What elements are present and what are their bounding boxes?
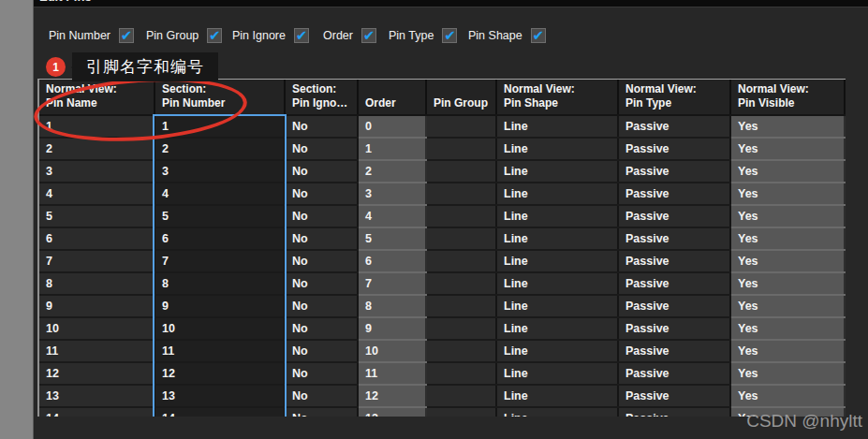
table-row[interactable]: 88No7LinePassiveYes bbox=[39, 272, 846, 295]
column-header-number[interactable]: Section:Pin Number bbox=[154, 80, 285, 115]
cell-name[interactable]: 9 bbox=[39, 295, 154, 317]
cell-ignore[interactable]: No bbox=[285, 272, 358, 295]
checkbox[interactable]: ✔ bbox=[207, 28, 222, 43]
cell-order[interactable]: 6 bbox=[358, 250, 426, 272]
cell-order[interactable]: 0 bbox=[358, 115, 426, 138]
cell-shape[interactable]: Line bbox=[496, 340, 618, 362]
checkbox[interactable]: ✔ bbox=[119, 28, 134, 43]
column-toggle-pin-group[interactable]: Pin Group✔ bbox=[146, 26, 222, 45]
cell-number[interactable]: 12 bbox=[154, 362, 285, 385]
table-row[interactable]: 1111No10LinePassiveYes bbox=[39, 340, 846, 362]
cell-visible[interactable]: Yes bbox=[730, 183, 845, 205]
cell-number[interactable]: 9 bbox=[154, 295, 285, 317]
column-toggle-pin-ignore[interactable]: Pin Ignore✔ bbox=[232, 26, 309, 45]
checkbox[interactable]: ✔ bbox=[361, 28, 376, 43]
cell-ignore[interactable]: No bbox=[285, 407, 358, 417]
cell-shape[interactable]: Line bbox=[496, 115, 618, 138]
cell-shape[interactable]: Line bbox=[496, 138, 618, 160]
checkbox[interactable]: ✔ bbox=[442, 28, 457, 43]
cell-group[interactable] bbox=[426, 227, 496, 250]
table-row[interactable]: 1212No11LinePassiveYes bbox=[39, 362, 846, 385]
column-header-ignore[interactable]: Section:Pin Igno… bbox=[285, 80, 358, 115]
cell-order[interactable]: 13 bbox=[358, 407, 426, 417]
table-row[interactable]: 1010No9LinePassiveYes bbox=[39, 317, 846, 340]
cell-visible[interactable]: Yes bbox=[730, 138, 845, 160]
cell-number[interactable]: 3 bbox=[154, 160, 285, 183]
column-header-group[interactable]: Pin Group bbox=[426, 80, 496, 115]
checkbox[interactable]: ✔ bbox=[294, 28, 309, 43]
cell-order[interactable]: 12 bbox=[358, 385, 426, 407]
cell-ignore[interactable]: No bbox=[285, 183, 358, 205]
cell-group[interactable] bbox=[426, 362, 496, 385]
cell-name[interactable]: 2 bbox=[39, 138, 154, 160]
column-header-visible[interactable]: Normal View:Pin Visible bbox=[730, 80, 845, 115]
cell-shape[interactable]: Line bbox=[496, 250, 618, 272]
cell-type[interactable]: Passive bbox=[618, 160, 730, 183]
cell-name[interactable]: 10 bbox=[39, 317, 154, 340]
cell-shape[interactable]: Line bbox=[496, 160, 618, 183]
column-toggle-pin-shape[interactable]: Pin Shape✔ bbox=[468, 26, 546, 45]
cell-shape[interactable]: Line bbox=[496, 227, 618, 250]
cell-name[interactable]: 8 bbox=[39, 272, 154, 295]
table-row[interactable]: 44No3LinePassiveYes bbox=[39, 183, 846, 205]
cell-number[interactable]: 4 bbox=[154, 183, 285, 205]
cell-shape[interactable]: Line bbox=[496, 205, 618, 227]
cell-name[interactable]: 14 bbox=[39, 407, 154, 417]
cell-order[interactable]: 11 bbox=[358, 362, 426, 385]
cell-group[interactable] bbox=[426, 138, 496, 160]
cell-name[interactable]: 11 bbox=[39, 340, 154, 362]
cell-group[interactable] bbox=[426, 317, 496, 340]
table-row[interactable]: 77No6LinePassiveYes bbox=[39, 250, 846, 272]
cell-group[interactable] bbox=[426, 272, 496, 295]
cell-shape[interactable]: Line bbox=[496, 317, 618, 340]
cell-shape[interactable]: Line bbox=[496, 183, 618, 205]
cell-shape[interactable]: Line bbox=[496, 295, 618, 317]
column-toggle-pin-number[interactable]: Pin Number✔ bbox=[49, 26, 134, 45]
cell-ignore[interactable]: No bbox=[285, 362, 358, 385]
cell-ignore[interactable]: No bbox=[285, 295, 358, 317]
column-toggle-order[interactable]: Order✔ bbox=[323, 26, 376, 45]
cell-ignore[interactable]: No bbox=[285, 317, 358, 340]
cell-visible[interactable]: Yes bbox=[730, 385, 845, 407]
cell-name[interactable]: 12 bbox=[39, 362, 154, 385]
cell-type[interactable]: Passive bbox=[618, 272, 730, 295]
cell-shape[interactable]: Line bbox=[496, 385, 618, 407]
cell-group[interactable] bbox=[426, 115, 496, 138]
cell-number[interactable]: 7 bbox=[154, 250, 285, 272]
cell-number[interactable]: 1 bbox=[154, 115, 285, 138]
column-header-order[interactable]: Order bbox=[358, 80, 426, 115]
cell-name[interactable]: 7 bbox=[39, 250, 154, 272]
cell-visible[interactable]: Yes bbox=[730, 272, 845, 295]
cell-type[interactable]: Passive bbox=[618, 205, 730, 227]
cell-name[interactable]: 6 bbox=[39, 227, 154, 250]
cell-name[interactable]: 5 bbox=[39, 205, 154, 227]
cell-group[interactable] bbox=[426, 407, 496, 417]
cell-number[interactable]: 2 bbox=[154, 138, 285, 160]
table-row[interactable]: 22No1LinePassiveYes bbox=[39, 138, 846, 160]
cell-ignore[interactable]: No bbox=[285, 385, 358, 407]
cell-name[interactable]: 3 bbox=[39, 160, 154, 183]
cell-type[interactable]: Passive bbox=[618, 340, 730, 362]
cell-number[interactable]: 13 bbox=[154, 385, 285, 407]
cell-ignore[interactable]: No bbox=[285, 250, 358, 272]
column-header-type[interactable]: Normal View:Pin Type bbox=[618, 80, 730, 115]
cell-ignore[interactable]: No bbox=[285, 227, 358, 250]
cell-group[interactable] bbox=[426, 340, 496, 362]
cell-ignore[interactable]: No bbox=[285, 138, 358, 160]
cell-group[interactable] bbox=[426, 160, 496, 183]
cell-order[interactable]: 7 bbox=[358, 272, 426, 295]
cell-ignore[interactable]: No bbox=[285, 115, 358, 138]
cell-type[interactable]: Passive bbox=[618, 317, 730, 340]
cell-ignore[interactable]: No bbox=[285, 205, 358, 227]
cell-shape[interactable]: Line bbox=[496, 272, 618, 295]
cell-group[interactable] bbox=[426, 250, 496, 272]
table-row[interactable]: 55No4LinePassiveYes bbox=[39, 205, 846, 227]
cell-visible[interactable]: Yes bbox=[730, 250, 845, 272]
cell-name[interactable]: 1 bbox=[39, 115, 154, 138]
cell-ignore[interactable]: No bbox=[285, 160, 358, 183]
cell-name[interactable]: 13 bbox=[39, 385, 154, 407]
cell-type[interactable]: Passive bbox=[618, 250, 730, 272]
cell-group[interactable] bbox=[426, 295, 496, 317]
cell-type[interactable]: Passive bbox=[618, 407, 730, 417]
column-toggle-pin-type[interactable]: Pin Type✔ bbox=[389, 26, 457, 45]
